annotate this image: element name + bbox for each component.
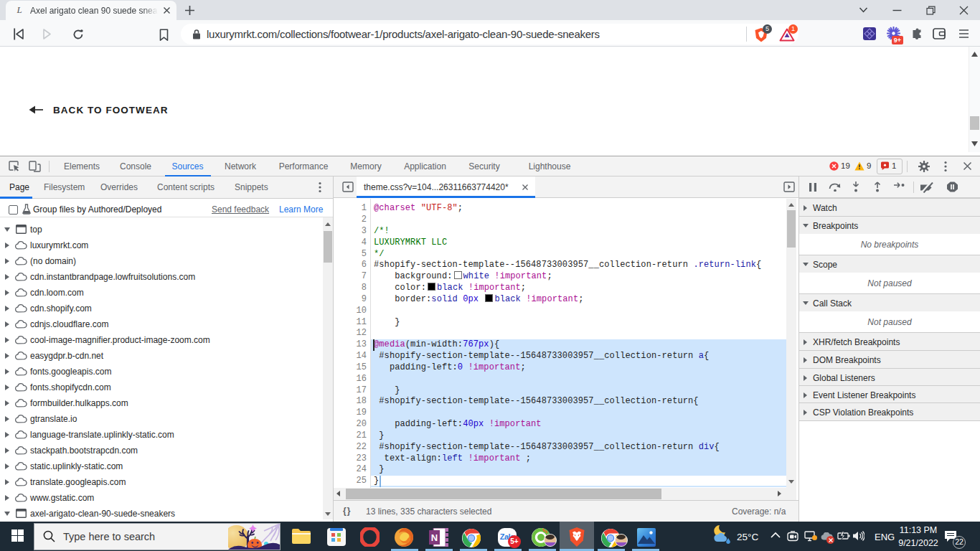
svg-text:N: N [431, 532, 438, 543]
